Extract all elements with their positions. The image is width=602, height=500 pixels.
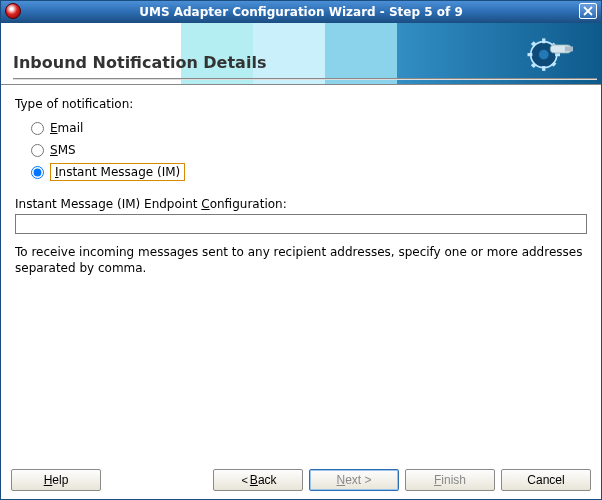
svg-rect-11: [565, 47, 573, 52]
radio-email-label[interactable]: Email: [50, 121, 83, 135]
endpoint-label-post: onfiguration:: [210, 197, 287, 211]
endpoint-label-pre: Instant Message (IM) Endpoint: [15, 197, 201, 211]
svg-point-9: [539, 50, 549, 60]
content-area: Inbound Notification Details: [1, 23, 601, 499]
radio-row-sms: SMS: [31, 139, 587, 161]
close-icon: [583, 6, 593, 16]
close-button[interactable]: [579, 3, 597, 19]
svg-rect-4: [555, 53, 560, 56]
next-mnemonic: N: [336, 473, 345, 487]
finish-label: inish: [441, 473, 466, 487]
hint-text: To receive incoming messages sent to any…: [15, 244, 587, 276]
radio-sms[interactable]: [31, 144, 44, 157]
help-mnemonic: H: [44, 473, 53, 487]
radio-email[interactable]: [31, 122, 44, 135]
back-arrow-icon: <: [241, 474, 247, 486]
help-button[interactable]: Help: [11, 469, 101, 491]
titlebar-right: [579, 3, 597, 19]
endpoint-input[interactable]: [15, 214, 587, 234]
banner: Inbound Notification Details: [1, 23, 601, 85]
titlebar: UMS Adapter Configuration Wizard - Step …: [1, 1, 601, 23]
titlebar-left: [5, 3, 21, 19]
window-title: UMS Adapter Configuration Wizard - Step …: [139, 5, 463, 19]
notification-type-group: Email SMS Instant Message (IM): [31, 117, 587, 183]
app-icon: [5, 3, 21, 19]
dialog-window: UMS Adapter Configuration Wizard - Step …: [0, 0, 602, 500]
svg-rect-3: [528, 53, 533, 56]
svg-rect-1: [542, 38, 545, 43]
radio-im[interactable]: [31, 166, 44, 179]
cancel-button[interactable]: Cancel: [501, 469, 591, 491]
form-body: Type of notification: Email SMS Instant …: [1, 85, 601, 467]
radio-im-label[interactable]: Instant Message (IM): [50, 163, 185, 181]
back-label: ack: [258, 473, 277, 487]
button-bar: Help < Back Next > Finish Cancel: [1, 467, 601, 499]
cancel-label: Cancel: [527, 473, 564, 487]
finish-button[interactable]: Finish: [405, 469, 495, 491]
gear-icon: [521, 27, 573, 82]
back-button[interactable]: < Back: [213, 469, 303, 491]
endpoint-label-mnemonic: C: [201, 197, 209, 211]
radio-row-email: Email: [31, 117, 587, 139]
type-label: Type of notification:: [15, 97, 587, 111]
next-label: ext >: [345, 473, 371, 487]
finish-mnemonic: F: [434, 473, 441, 487]
radio-sms-label[interactable]: SMS: [50, 143, 76, 157]
page-heading: Inbound Notification Details: [13, 53, 266, 72]
back-mnemonic: B: [250, 473, 258, 487]
help-label: elp: [52, 473, 68, 487]
next-button[interactable]: Next >: [309, 469, 399, 491]
endpoint-block: Instant Message (IM) Endpoint Configurat…: [15, 197, 587, 234]
svg-rect-2: [542, 66, 545, 71]
radio-row-im: Instant Message (IM): [31, 161, 587, 183]
banner-separator: [13, 78, 597, 80]
endpoint-label: Instant Message (IM) Endpoint Configurat…: [15, 197, 587, 211]
